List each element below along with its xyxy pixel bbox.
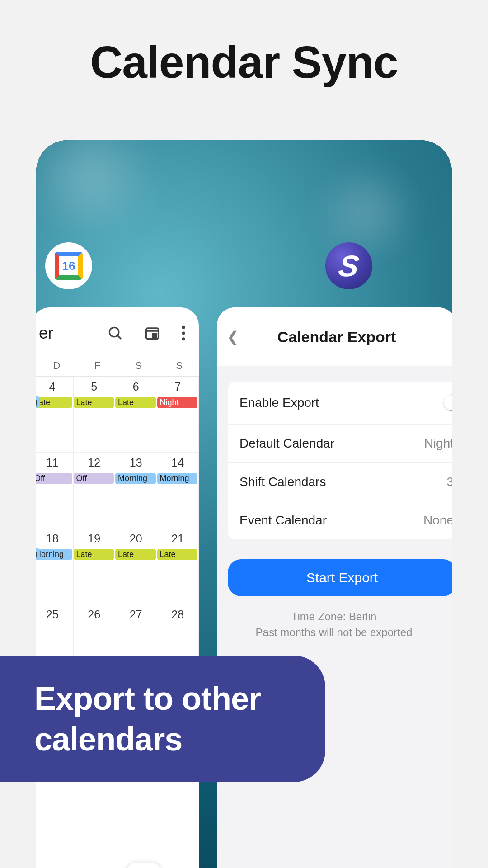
today-icon[interactable] bbox=[144, 325, 161, 342]
add-event-fab[interactable]: + bbox=[127, 863, 161, 868]
gcal-date-number: 28 bbox=[157, 608, 199, 621]
gcal-cell[interactable]: 20Late bbox=[115, 528, 157, 604]
event-chip[interactable]: Off bbox=[36, 473, 72, 484]
gcal-toolbar: er bbox=[36, 307, 199, 352]
gcal-day-header: F bbox=[75, 360, 116, 372]
export-header: ❮ Calendar Export bbox=[217, 307, 452, 366]
setting-label: Enable Export bbox=[239, 396, 319, 410]
setting-value: None bbox=[423, 513, 452, 528]
gcal-cell[interactable]: 11Off bbox=[36, 453, 74, 528]
gcal-cell[interactable]: 14Morning bbox=[157, 453, 199, 528]
gcal-day-headers: DFSS bbox=[36, 352, 199, 376]
toggle-switch[interactable] bbox=[446, 393, 452, 412]
event-chip[interactable]: Late bbox=[115, 397, 156, 408]
setting-value: Night bbox=[424, 436, 452, 451]
shift-app-logo-icon: S bbox=[337, 249, 361, 283]
gcal-cell[interactable]: 12Off bbox=[74, 453, 116, 528]
gcal-date-number: 14 bbox=[157, 456, 199, 469]
gcal-month-label: er bbox=[37, 324, 53, 343]
gcal-date-number: 5 bbox=[74, 380, 115, 393]
event-chip[interactable]: Late bbox=[36, 397, 72, 408]
svg-point-6 bbox=[182, 332, 185, 335]
gcal-day-header: S bbox=[115, 360, 156, 372]
gcal-cell[interactable]: 19Late bbox=[74, 528, 116, 604]
gcal-date-number: 26 bbox=[74, 608, 115, 621]
gcal-date-number: 13 bbox=[115, 456, 157, 469]
event-chip[interactable]: Late bbox=[74, 397, 114, 408]
search-icon[interactable] bbox=[107, 325, 124, 342]
marketing-caption: Export to other calendars bbox=[0, 656, 325, 782]
export-settings-list: Enable ExportDefault CalendarNightShift … bbox=[228, 382, 452, 539]
event-chip[interactable]: g bbox=[36, 548, 40, 560]
setting-row[interactable]: Enable Export bbox=[228, 382, 452, 425]
gcal-day-header: D bbox=[36, 360, 75, 372]
setting-label: Shift Calendars bbox=[239, 475, 326, 489]
gcal-cell[interactable]: 18gMorning bbox=[36, 528, 74, 604]
gcal-date-number: 20 bbox=[115, 532, 157, 545]
gcal-cell[interactable]: 6Late bbox=[115, 377, 157, 453]
event-chip[interactable]: Morning bbox=[157, 473, 198, 484]
event-chip[interactable]: Night bbox=[157, 397, 198, 408]
gcal-cell[interactable]: 13Morning bbox=[115, 453, 157, 528]
gcal-date-number: 7 bbox=[157, 380, 199, 393]
gcal-date-number: 6 bbox=[115, 380, 157, 393]
setting-label: Event Calendar bbox=[239, 513, 327, 528]
event-chip[interactable]: Morning bbox=[36, 549, 72, 560]
event-chip[interactable]: Off bbox=[74, 473, 114, 484]
gcal-date-number: 12 bbox=[74, 456, 115, 469]
gcal-date-number: 27 bbox=[115, 608, 157, 621]
svg-point-7 bbox=[182, 337, 185, 340]
gcal-date-number: 25 bbox=[36, 608, 73, 621]
gcal-date-number: 4 bbox=[36, 380, 73, 393]
export-meta-text: Time Zone: Berlin Past months will not b… bbox=[217, 609, 452, 641]
gcal-date-number: 21 bbox=[157, 532, 199, 545]
gcal-cell[interactable]: 4gLate bbox=[36, 377, 74, 453]
gcal-day-header: S bbox=[156, 360, 197, 372]
gcal-date-number: 19 bbox=[74, 532, 115, 545]
event-chip[interactable]: Morning bbox=[115, 473, 156, 484]
export-title: Calendar Export bbox=[217, 328, 452, 346]
calendar-export-card[interactable]: ❮ Calendar Export Enable ExportDefault C… bbox=[217, 307, 452, 868]
more-icon[interactable] bbox=[181, 325, 186, 342]
start-export-button[interactable]: Start Export bbox=[228, 559, 452, 596]
setting-row[interactable]: Default CalendarNight bbox=[228, 425, 452, 463]
event-chip[interactable]: g bbox=[36, 396, 40, 408]
google-calendar-card[interactable]: er DFSS 4gLate5Late6Late7Night11Off12Off… bbox=[36, 307, 199, 868]
setting-label: Default Calendar bbox=[239, 436, 334, 451]
gcal-cell[interactable]: 21Late bbox=[157, 528, 199, 604]
gcal-cell[interactable]: 5Late bbox=[74, 377, 116, 453]
setting-row[interactable]: Event CalendarNone bbox=[228, 501, 452, 539]
gcal-date-number: 18 bbox=[36, 532, 73, 545]
gcal-date-number: 11 bbox=[36, 456, 73, 469]
svg-point-5 bbox=[182, 326, 185, 329]
svg-rect-3 bbox=[153, 334, 157, 338]
svg-point-0 bbox=[109, 327, 119, 337]
gcal-icon-day: 16 bbox=[55, 252, 83, 280]
event-chip[interactable]: Late bbox=[115, 549, 156, 560]
setting-value: 3 bbox=[446, 475, 452, 489]
svg-line-1 bbox=[117, 335, 121, 339]
shift-app-icon[interactable]: S bbox=[325, 242, 372, 289]
hero-title: Calendar Sync bbox=[0, 0, 488, 88]
back-chevron-icon[interactable]: ❮ bbox=[227, 328, 239, 345]
event-chip[interactable]: Late bbox=[157, 549, 198, 560]
setting-row[interactable]: Shift Calendars3 bbox=[228, 463, 452, 501]
event-chip[interactable]: Late bbox=[74, 549, 114, 560]
gcal-cell[interactable]: 7Night bbox=[157, 377, 199, 453]
google-calendar-app-icon[interactable]: 16 bbox=[45, 242, 92, 289]
